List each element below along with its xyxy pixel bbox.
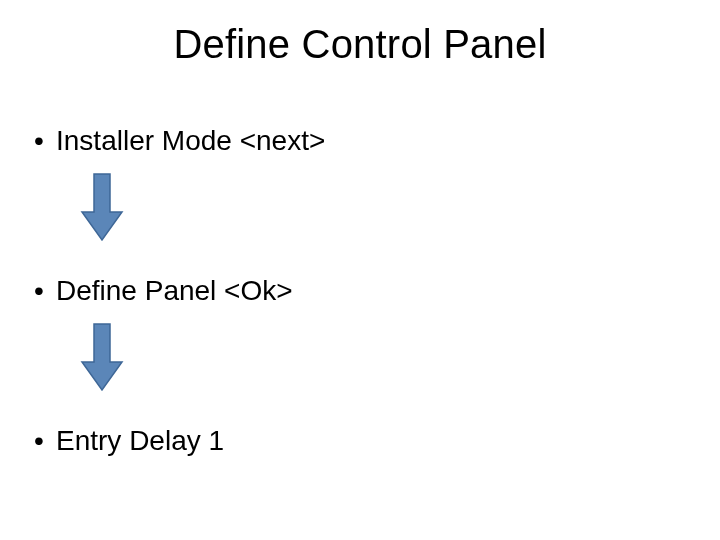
- slide: Define Control Panel Installer Mode <nex…: [0, 0, 720, 540]
- down-arrow-icon: [80, 322, 124, 396]
- bullet-entry-delay: Entry Delay 1: [36, 424, 224, 458]
- bullet-installer-mode: Installer Mode <next>: [36, 124, 325, 158]
- arrow-shape: [82, 174, 122, 240]
- slide-title: Define Control Panel: [0, 22, 720, 67]
- down-arrow-icon: [80, 172, 124, 246]
- arrow-shape: [82, 324, 122, 390]
- bullet-define-panel: Define Panel <Ok>: [36, 274, 293, 308]
